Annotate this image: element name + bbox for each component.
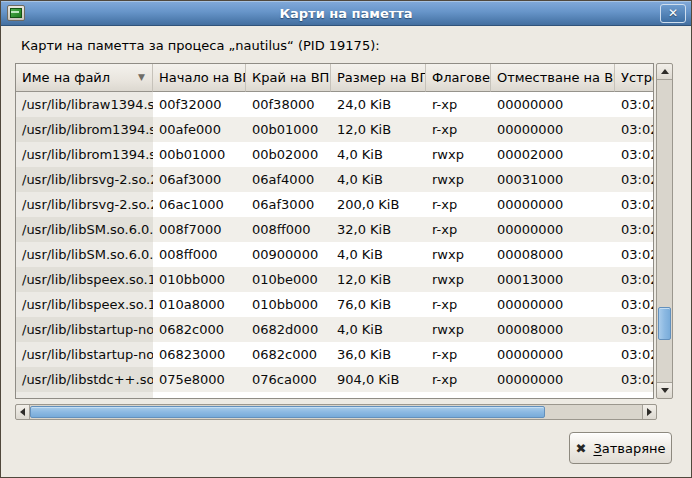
cell-vm-end: 00b02000 — [246, 142, 331, 167]
cell-flags: rwxp — [426, 167, 491, 192]
window-title: Карти на паметта — [1, 1, 691, 26]
scroll-up-button[interactable] — [657, 64, 672, 80]
column-header-vm-size[interactable]: Размер на ВП — [331, 64, 426, 92]
cell-vm-size: 32,0 KiB — [331, 217, 426, 242]
cell-vm-start: 00afe000 — [153, 117, 246, 142]
table-row[interactable]: /usr/lib/libSM.so.6.0.0008ff000009000004… — [16, 242, 653, 267]
cell-flags: rwxp — [426, 142, 491, 167]
cell-vm-start: 008ff000 — [153, 242, 246, 267]
cell-device: 03:02 — [615, 292, 653, 317]
cell-vm-start: 06af3000 — [153, 167, 246, 192]
cell-device: 03:02 — [615, 142, 653, 167]
column-header-vm-start[interactable]: Начало на ВП — [153, 64, 246, 92]
cell-flags: r-xp — [426, 292, 491, 317]
cell-device: 03:02 — [615, 267, 653, 292]
table-row[interactable]: /usr/lib/libstartup-not068230000682c0003… — [16, 342, 653, 367]
column-header-label: Флагове — [432, 70, 490, 85]
cell-device: 03:02 — [615, 242, 653, 267]
arrow-right-icon — [647, 408, 652, 416]
cell-filename: /usr/lib/librom1394.so — [16, 117, 153, 142]
column-header-label: Край на ВП — [252, 70, 329, 85]
table-row-partial — [16, 392, 653, 398]
cell-vm-start: 008f7000 — [153, 217, 246, 242]
cell-vm-offset: 00002000 — [491, 142, 615, 167]
cell-vm-start: 00f32000 — [153, 92, 246, 117]
cell-flags: rwxp — [426, 267, 491, 292]
cell-vm-offset: 00000000 — [491, 92, 615, 117]
arrow-up-icon — [661, 69, 669, 74]
cell-vm-end: 010be000 — [246, 267, 331, 292]
table-row[interactable]: /usr/lib/librom1394.so00afe00000b0100012… — [16, 117, 653, 142]
cell-device: 03:02 — [615, 217, 653, 242]
cell-device: 03:02 — [615, 117, 653, 142]
column-header-label: Размер на ВП — [337, 70, 426, 85]
column-header-vm-offset[interactable]: Отместване на ВП — [491, 64, 615, 92]
cell-vm-start: 075e8000 — [153, 367, 246, 392]
cell-vm-start: 00b01000 — [153, 142, 246, 167]
vertical-scrollbar[interactable] — [656, 63, 673, 399]
table-row[interactable]: /usr/lib/libSM.so.6.0.0008f7000008ff0003… — [16, 217, 653, 242]
cell-vm-end: 06af4000 — [246, 167, 331, 192]
horizontal-scrollbar-thumb[interactable] — [30, 406, 545, 418]
window-close-icon[interactable]: ✕ — [660, 4, 686, 23]
column-header-vm-end[interactable]: Край на ВП — [246, 64, 331, 92]
table-row[interactable]: /usr/lib/libstdc++.so.075e8000076ca00090… — [16, 367, 653, 392]
column-header-flags[interactable]: Флагове — [426, 64, 491, 92]
table-row[interactable]: /usr/lib/librom1394.so00b0100000b020004,… — [16, 142, 653, 167]
cell-flags: rwxp — [426, 242, 491, 267]
cell-device: 03:02 — [615, 317, 653, 342]
arrow-down-icon — [661, 388, 669, 393]
scroll-down-button[interactable] — [657, 382, 672, 398]
table-body: /usr/lib/libraw1394.so00f3200000f3800024… — [16, 92, 653, 398]
cell-vm-end: 00900000 — [246, 242, 331, 267]
cell-device: 03:02 — [615, 92, 653, 117]
cell-vm-size: 12,0 KiB — [331, 117, 426, 142]
cell-vm-end: 00b01000 — [246, 117, 331, 142]
horizontal-scrollbar[interactable] — [15, 404, 657, 420]
cell-vm-size: 904,0 KiB — [331, 367, 426, 392]
close-x-icon: ✖ — [576, 441, 587, 456]
cell-vm-end: 010bb000 — [246, 292, 331, 317]
cell-flags: r-xp — [426, 367, 491, 392]
column-header-device[interactable]: Устройство — [615, 64, 653, 92]
column-header-label: Име на файл — [22, 70, 110, 85]
cell-device: 03:02 — [615, 342, 653, 367]
cell-flags: r-xp — [426, 342, 491, 367]
cell-filename: /usr/lib/libspeex.so.1 — [16, 267, 153, 292]
cell-vm-size: 24,0 KiB — [331, 92, 426, 117]
cell-vm-start: 06ac1000 — [153, 192, 246, 217]
column-header-filename[interactable]: Име на файл▼ — [16, 64, 153, 92]
cell-flags: r-xp — [426, 117, 491, 142]
cell-vm-offset: 00000000 — [491, 292, 615, 317]
table-row[interactable]: /usr/lib/libspeex.so.1010a8000010bb00076… — [16, 292, 653, 317]
table-row[interactable]: /usr/lib/librsvg-2.so.206af300006af40004… — [16, 167, 653, 192]
cell-vm-start: 06823000 — [153, 342, 246, 367]
cell-filename: /usr/lib/librsvg-2.so.2 — [16, 192, 153, 217]
cell-vm-end: 0682c000 — [246, 342, 331, 367]
cell-vm-offset: 00013000 — [491, 267, 615, 292]
column-header-label: Устройство — [621, 70, 653, 85]
cell-filename: /usr/lib/libstdc++.so. — [16, 367, 153, 392]
cell-filename: /usr/lib/libSM.so.6.0.0 — [16, 217, 153, 242]
table-row[interactable]: /usr/lib/libstartup-not0682c0000682d0004… — [16, 317, 653, 342]
table-row[interactable]: /usr/lib/libraw1394.so00f3200000f3800024… — [16, 92, 653, 117]
cell-vm-size: 4,0 KiB — [331, 317, 426, 342]
treeview: Име на файл▼Начало на ВПКрай на ВПРазмер… — [15, 63, 654, 399]
titlebar[interactable]: Карти на паметта ✕ — [1, 1, 691, 26]
cell-filename: /usr/lib/libSM.so.6.0.0 — [16, 242, 153, 267]
table-row[interactable]: /usr/lib/libspeex.so.1010bb000010be00012… — [16, 267, 653, 292]
cell-vm-offset: 00000000 — [491, 367, 615, 392]
cell-vm-start: 010a8000 — [153, 292, 246, 317]
scroll-right-button[interactable] — [642, 405, 656, 419]
close-button[interactable]: ✖ Затваряне — [569, 432, 672, 464]
cell-vm-start: 0682c000 — [153, 317, 246, 342]
scroll-left-button[interactable] — [16, 405, 30, 419]
cell-vm-start: 010bb000 — [153, 267, 246, 292]
table-row[interactable]: /usr/lib/librsvg-2.so.206ac100006af30002… — [16, 192, 653, 217]
cell-vm-end: 008ff000 — [246, 217, 331, 242]
cell-device: 03:02 — [615, 367, 653, 392]
vertical-scrollbar-thumb[interactable] — [658, 307, 671, 340]
sort-descending-icon: ▼ — [138, 64, 145, 91]
cell-flags: r-xp — [426, 217, 491, 242]
cell-vm-offset: 00000000 — [491, 192, 615, 217]
